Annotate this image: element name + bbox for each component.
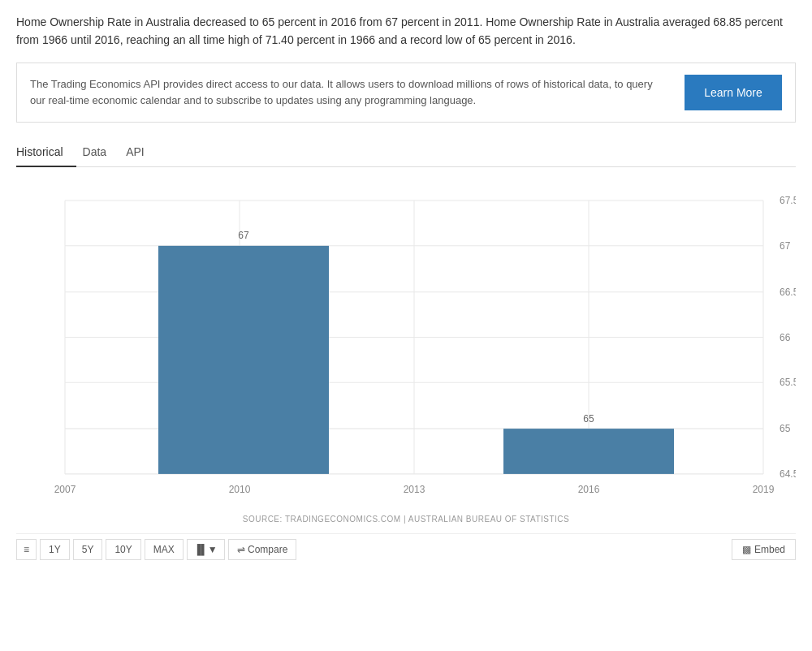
- y-label-665: 66.5: [780, 286, 796, 297]
- y-label-67: 67: [780, 240, 790, 252]
- x-label-2010: 2010: [229, 484, 251, 495]
- api-banner: The Trading Economics API provides direc…: [16, 63, 796, 123]
- chart-source: SOURCE: TRADINGECONOMICS.COM | AUSTRALIA…: [16, 515, 796, 524]
- embed-label: Embed: [754, 544, 785, 555]
- chart-type-button[interactable]: ▐▌▼: [187, 539, 225, 560]
- y-label-655: 65.5: [780, 377, 796, 388]
- embed-icon: ▩: [742, 544, 751, 555]
- filter-button[interactable]: ≡: [16, 539, 37, 560]
- x-label-2013: 2013: [404, 484, 425, 495]
- y-label-645: 64.5: [780, 468, 796, 480]
- api-banner-text: The Trading Economics API provides direc…: [30, 76, 668, 108]
- y-label-65: 65: [780, 423, 790, 434]
- main-container: Home Ownership Rate in Australia decreas…: [0, 0, 812, 578]
- period-1y-button[interactable]: 1Y: [40, 539, 70, 560]
- chart-container: 67 65 2007 2010 2013 2016 2019 67.5 67 6…: [16, 183, 796, 508]
- tabs-row: Historical Data API: [16, 139, 796, 167]
- y-label-66: 66: [780, 331, 790, 343]
- period-5y-button[interactable]: 5Y: [73, 539, 103, 560]
- x-label-2007: 2007: [54, 484, 76, 495]
- period-max-button[interactable]: MAX: [145, 539, 184, 560]
- x-label-2019: 2019: [753, 484, 775, 495]
- bar-2010: [158, 246, 329, 474]
- toolbar-row: ≡ 1Y 5Y 10Y MAX ▐▌▼ ⇌ Compare ▩ Embed: [16, 533, 796, 565]
- embed-button[interactable]: ▩ Embed: [732, 539, 796, 560]
- bar-2010-label: 67: [238, 230, 248, 241]
- period-10y-button[interactable]: 10Y: [106, 539, 140, 560]
- y-label-675: 67.5: [780, 195, 796, 206]
- toolbar-left: ≡ 1Y 5Y 10Y MAX ▐▌▼ ⇌ Compare: [16, 539, 296, 560]
- bar-2016-label: 65: [583, 412, 594, 424]
- compare-button[interactable]: ⇌ Compare: [228, 539, 297, 560]
- tab-historical[interactable]: Historical: [16, 139, 76, 166]
- description-text: Home Ownership Rate in Australia decreas…: [16, 13, 796, 50]
- tab-api[interactable]: API: [126, 139, 158, 166]
- learn-more-button[interactable]: Learn More: [685, 75, 782, 110]
- x-label-2016: 2016: [578, 484, 600, 495]
- chart-svg: 67 65 2007 2010 2013 2016 2019 67.5 67 6…: [16, 183, 796, 508]
- tab-data[interactable]: Data: [83, 139, 120, 166]
- bar-2016: [503, 429, 674, 474]
